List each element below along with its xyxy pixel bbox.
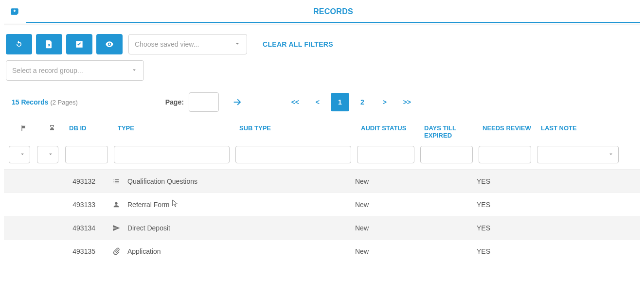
export-excel-button[interactable]: [36, 34, 62, 54]
chevron-down-icon: [608, 151, 614, 159]
filter-dbid[interactable]: [65, 146, 108, 163]
record-group-placeholder: Select a record group...: [12, 67, 83, 74]
filter-needs[interactable]: [479, 146, 531, 163]
list-icon: [112, 177, 121, 185]
page-2-button[interactable]: 2: [353, 93, 372, 111]
page-input[interactable]: [189, 92, 219, 112]
add-tab-button[interactable]: [4, 0, 26, 23]
page-1-button[interactable]: 1: [331, 93, 349, 111]
cell-needs: YES: [474, 247, 532, 255]
cell-type: Qualification Questions: [127, 177, 197, 185]
filter-flag[interactable]: [9, 146, 30, 163]
page-last-button[interactable]: >>: [398, 93, 416, 111]
cell-needs: YES: [474, 177, 532, 185]
cell-audit: New: [352, 247, 415, 255]
cell-audit: New: [352, 177, 415, 185]
filter-audit[interactable]: [357, 146, 414, 163]
table-row[interactable]: 493134 Direct Deposit New YES: [4, 216, 640, 240]
column-audit-status[interactable]: AUDIT STATUS: [358, 124, 421, 132]
page-next-button[interactable]: >: [376, 93, 394, 111]
column-flag[interactable]: [10, 124, 38, 134]
cell-type: Referral Form: [127, 201, 169, 209]
filter-last-note[interactable]: [537, 146, 619, 163]
cell-dbid: 493135: [60, 247, 109, 255]
send-icon: [112, 224, 121, 232]
column-needs-review[interactable]: NEEDS REVIEW: [480, 124, 538, 132]
chevron-down-icon: [234, 40, 241, 49]
preview-button[interactable]: [96, 34, 123, 54]
cell-needs: YES: [474, 201, 532, 209]
paperclip-icon: [112, 247, 121, 255]
page-label: Page:: [165, 98, 184, 106]
cell-needs: YES: [474, 224, 532, 232]
cell-type: Application: [127, 247, 161, 255]
page-first-button[interactable]: <<: [286, 93, 304, 111]
cell-audit: New: [352, 224, 415, 232]
table-row[interactable]: 493133 Referral Form New YES: [4, 193, 640, 216]
table-row[interactable]: 493132 Qualification Questions New YES: [4, 170, 640, 193]
column-days-till-expired[interactable]: DAYS TILL EXPIRED: [421, 124, 480, 139]
filter-subtype[interactable]: [235, 146, 351, 163]
filter-days[interactable]: [420, 146, 473, 163]
cell-type: Direct Deposit: [127, 224, 170, 232]
table-row[interactable]: 493135 Application New YES: [4, 240, 640, 262]
cell-audit: New: [352, 201, 415, 209]
column-dbid[interactable]: DB ID: [66, 124, 115, 132]
column-hourglass[interactable]: [38, 124, 66, 134]
chevron-down-icon: [47, 151, 54, 159]
column-subtype[interactable]: SUB TYPE: [236, 124, 358, 132]
page-go-button[interactable]: [228, 97, 247, 107]
filter-type[interactable]: [114, 146, 230, 163]
chevron-down-icon: [131, 67, 138, 75]
record-group-select[interactable]: Select a record group...: [6, 60, 144, 81]
column-last-note[interactable]: LAST NOTE: [538, 124, 626, 132]
cell-dbid: 493134: [60, 224, 109, 232]
tab-records[interactable]: RECORDS: [26, 0, 640, 23]
saved-view-select[interactable]: Choose saved view...: [128, 34, 247, 54]
saved-view-placeholder: Choose saved view...: [135, 40, 199, 48]
data-rows[interactable]: 493132 Qualification Questions New YES 4…: [4, 169, 640, 262]
refresh-button[interactable]: [6, 34, 32, 54]
cell-dbid: 493132: [60, 177, 109, 185]
chevron-down-icon: [19, 151, 26, 159]
bulk-check-button[interactable]: [66, 34, 92, 54]
clear-filters-button[interactable]: CLEAR ALL FILTERS: [263, 40, 333, 48]
cell-dbid: 493133: [60, 201, 109, 209]
page-prev-button[interactable]: <: [308, 93, 327, 111]
column-type[interactable]: TYPE: [115, 124, 236, 132]
filter-hourglass[interactable]: [37, 146, 58, 163]
record-count: 15 Records (2 Pages): [12, 98, 78, 106]
person-icon: [112, 201, 121, 209]
